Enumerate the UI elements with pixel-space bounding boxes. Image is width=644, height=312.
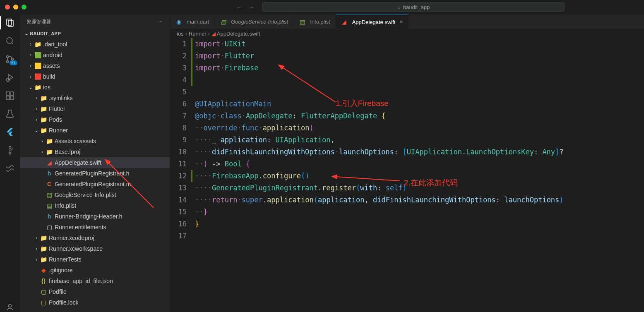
tree-label: GeneratedPluginRegistrant.m bbox=[55, 181, 131, 187]
minimize-button[interactable] bbox=[13, 5, 18, 10]
debug-icon[interactable] bbox=[5, 72, 15, 82]
svg-point-5 bbox=[6, 61, 8, 63]
project-name: BAUDIT_APP bbox=[30, 31, 61, 36]
line-number: 17 bbox=[170, 230, 187, 242]
more-icon[interactable]: ⋯ bbox=[158, 19, 163, 24]
file-icon: 🟨 bbox=[34, 62, 41, 69]
maximize-button[interactable] bbox=[22, 5, 26, 10]
svg-marker-7 bbox=[8, 74, 13, 80]
tree-item-assets[interactable]: ›🟨assets bbox=[20, 60, 170, 71]
tree-item-base-lproj[interactable]: ›📁Base.lproj bbox=[20, 146, 170, 157]
line-number: 2 bbox=[170, 50, 187, 62]
line-number: 7 bbox=[170, 110, 187, 122]
nav-forward-icon[interactable]: → bbox=[248, 4, 254, 10]
search-icon: ⌕ bbox=[397, 4, 401, 10]
tree-item-runner-bridging-header-h[interactable]: hRunner-Bridging-Header.h bbox=[20, 211, 170, 222]
tree-item-runner[interactable]: ⌄📁Runner bbox=[20, 125, 170, 136]
tree-item-android[interactable]: ›🟩android bbox=[20, 50, 170, 60]
file-icon: h bbox=[46, 170, 53, 177]
tree-item-googleservice-info-plist[interactable]: ▤GoogleService-Info.plist bbox=[20, 190, 170, 200]
editor-area: ◉main.dart▤GoogleService-Info.plist▤Info… bbox=[170, 14, 644, 312]
tree-item-appdelegate-swift[interactable]: ◢AppDelegate.swift bbox=[20, 157, 170, 168]
line-number: 16 bbox=[170, 218, 187, 230]
tree-item-runnertests[interactable]: ›📁RunnerTests bbox=[20, 254, 170, 265]
tree-label: Podfile bbox=[49, 288, 67, 295]
tree-label: Runner-Bridging-Header.h bbox=[55, 213, 122, 220]
extensions-icon[interactable] bbox=[5, 91, 15, 101]
testing-icon[interactable] bbox=[5, 109, 15, 119]
line-number: 15 bbox=[170, 206, 187, 218]
breadcrumbs[interactable]: ios›Runner›◢ AppDelegate.swift bbox=[170, 29, 644, 38]
chevron-down-icon: ⌄ bbox=[23, 31, 30, 36]
breadcrumb-item[interactable]: Runner bbox=[189, 31, 207, 37]
tab-label: main.dart bbox=[187, 19, 209, 25]
tree-item-runner-xcworkspace[interactable]: ›📁Runner.xcworkspace bbox=[20, 243, 170, 254]
command-center[interactable]: ⌕ baudit_app bbox=[262, 2, 565, 12]
file-icon: 📁 bbox=[46, 138, 53, 144]
tab-label: GoogleService-Info.plist bbox=[231, 19, 288, 25]
tree-label: Runner.xcworkspace bbox=[49, 245, 103, 252]
scm-icon[interactable]: 57 bbox=[5, 54, 15, 64]
tree-item-podfile[interactable]: ▢Podfile bbox=[20, 286, 170, 297]
explorer-icon[interactable] bbox=[5, 18, 15, 28]
chevron-icon: › bbox=[39, 149, 46, 155]
chevron-icon: › bbox=[33, 257, 40, 262]
tree-item-flutter[interactable]: ›📁Flutter bbox=[20, 103, 170, 114]
svg-point-16 bbox=[8, 305, 11, 307]
tree-item-runner-entitlements[interactable]: ▢Runner.entitlements bbox=[20, 222, 170, 233]
tree-item--dart-tool[interactable]: ›📁.dart_tool bbox=[20, 39, 170, 50]
file-icon: 📁 bbox=[40, 235, 47, 241]
chevron-icon: › bbox=[27, 52, 34, 58]
tree-item-build[interactable]: ›🟥build bbox=[20, 71, 170, 82]
code-editor[interactable]: 1234567891011121314151617 import·UIKit i… bbox=[170, 38, 644, 312]
tree-item--symlinks[interactable]: ›📁.symlinks bbox=[20, 93, 170, 103]
breadcrumb-item[interactable]: ios bbox=[177, 31, 184, 37]
tree-label: GeneratedPluginRegistrant.h bbox=[55, 170, 130, 177]
svg-point-14 bbox=[9, 152, 11, 154]
tree-item-runner-xcodeproj[interactable]: ›📁Runner.xcodeproj bbox=[20, 233, 170, 243]
breadcrumb-separator: › bbox=[208, 31, 210, 37]
tree-item-firebase-app-id-file-json[interactable]: {}firebase_app_id_file.json bbox=[20, 276, 170, 286]
tree-item-ios[interactable]: ⌄📁ios bbox=[20, 82, 170, 93]
tab-info-plist[interactable]: ▤Info.plist bbox=[293, 14, 335, 29]
tree-item-pods[interactable]: ›📁Pods bbox=[20, 114, 170, 125]
tab-label: Info.plist bbox=[310, 19, 330, 25]
titlebar: ← → ⌕ baudit_app bbox=[0, 0, 644, 14]
tree-item--gitignore[interactable]: ◆.gitignore bbox=[20, 265, 170, 276]
activity-bar: 57 bbox=[0, 14, 20, 312]
file-icon: ▤ bbox=[46, 192, 53, 198]
tab-googleservice-info-plist[interactable]: ▤GoogleService-Info.plist bbox=[214, 14, 293, 29]
chevron-icon: › bbox=[33, 95, 40, 101]
svg-rect-9 bbox=[6, 92, 10, 95]
tree-label: Info.plist bbox=[55, 202, 76, 209]
search-activity-icon[interactable] bbox=[5, 36, 15, 46]
nav-back-icon[interactable]: ← bbox=[236, 4, 242, 10]
line-number: 3 bbox=[170, 62, 187, 74]
tree-label: .gitignore bbox=[49, 267, 73, 274]
tree-item-info-plist[interactable]: ▤Info.plist bbox=[20, 200, 170, 211]
account-icon[interactable] bbox=[5, 302, 15, 312]
tab-close-icon[interactable]: × bbox=[399, 19, 403, 25]
tree-item-podfile-lock[interactable]: ▢Podfile.lock bbox=[20, 297, 170, 308]
breadcrumb-item[interactable]: ◢ AppDelegate.swift bbox=[211, 31, 260, 37]
tab-main-dart[interactable]: ◉main.dart bbox=[170, 14, 214, 29]
tree-item-generatedpluginregistrant-m[interactable]: CGeneratedPluginRegistrant.m bbox=[20, 179, 170, 190]
tab-icon: ▤ bbox=[298, 19, 306, 25]
file-icon: 🟥 bbox=[34, 73, 41, 80]
close-button[interactable] bbox=[5, 5, 10, 10]
line-gutter: 1234567891011121314151617 bbox=[170, 38, 195, 312]
nav-arrows: ← → bbox=[236, 4, 254, 10]
flutter-icon[interactable] bbox=[5, 127, 15, 137]
tree-item-generatedpluginregistrant-h[interactable]: hGeneratedPluginRegistrant.h bbox=[20, 168, 170, 179]
tree-item-assets-xcassets[interactable]: ›📁Assets.xcassets bbox=[20, 136, 170, 146]
git-icon[interactable] bbox=[5, 145, 15, 155]
explorer-project-header[interactable]: ⌄ BAUDIT_APP bbox=[20, 29, 170, 38]
tab-appdelegate-swift[interactable]: ◢AppDelegate.swift× bbox=[336, 14, 409, 29]
chevron-icon: › bbox=[33, 235, 40, 241]
file-icon: 📁 bbox=[40, 256, 47, 263]
stash-icon[interactable] bbox=[5, 163, 15, 173]
file-icon: 📁 bbox=[40, 95, 47, 101]
svg-rect-10 bbox=[10, 92, 14, 95]
code-content[interactable]: import·UIKit import·Flutter import·Fireb… bbox=[195, 38, 644, 312]
tab-icon: ▤ bbox=[219, 19, 227, 25]
